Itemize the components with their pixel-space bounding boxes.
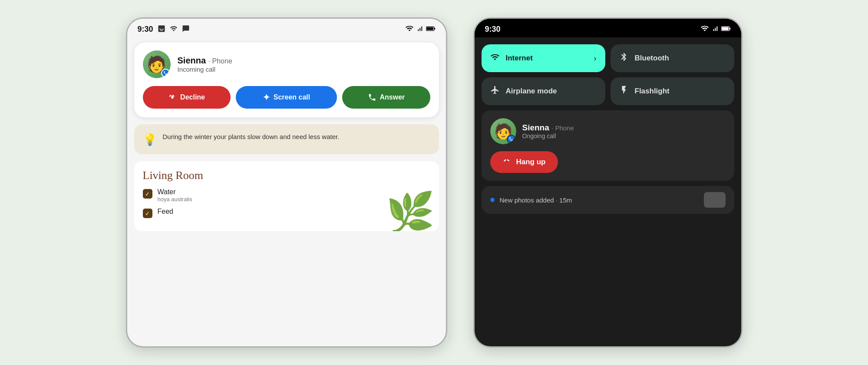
status-bar-left: 9:30 <box>127 19 446 37</box>
notif-caller-avatar: 🧑 <box>490 118 516 144</box>
checkbox-feed: ✓ <box>143 209 152 218</box>
svg-rect-2 <box>434 27 435 30</box>
caller-avatar: 🧑 <box>143 50 171 78</box>
nfc-icon <box>158 25 165 34</box>
tip-text: During the winter your plants slow down … <box>163 132 340 142</box>
svg-rect-4 <box>722 27 729 30</box>
qs-tile-flashlight[interactable]: Flashlight <box>611 77 734 105</box>
bottom-notif-text: New photos added · 15m <box>500 196 699 204</box>
svg-rect-1 <box>426 27 433 30</box>
screen-call-button[interactable]: ✦ Screen call <box>236 86 337 109</box>
time-right: 9:30 <box>485 25 501 34</box>
caller-info: 🧑 Sienna · Phone Incoming call <box>143 50 430 78</box>
ongoing-call-card: 🧑 Sienna · Phone Ongoing call Hang up <box>482 110 734 181</box>
quick-settings: Internet › Bluetooth Airplane mode <box>475 37 741 105</box>
call-buttons: Decline ✦ Screen call Answer <box>143 86 430 109</box>
message-icon <box>182 25 190 34</box>
qs-row-2: Airplane mode Flashlight <box>482 77 734 105</box>
time-left: 9:30 <box>138 25 153 34</box>
checkbox-water: ✓ <box>143 189 152 199</box>
notification-dot <box>490 198 495 202</box>
battery-icon-dark <box>721 26 731 33</box>
battery-icon-right <box>426 26 436 33</box>
signal-icon-right <box>416 25 423 34</box>
living-room-title: Living Room <box>143 169 430 182</box>
plant-species-water: hoya australis <box>158 196 192 202</box>
incoming-call-card: 🧑 Sienna · Phone Incoming call Decline <box>134 43 439 117</box>
signal-icon-dark <box>712 25 719 34</box>
right-phone: 9:30 Internet › <box>473 17 743 348</box>
notif-caller-name: Sienna · Phone <box>522 123 574 133</box>
living-room-card: Living Room ✓ Water hoya australis ✓ Fee… <box>134 161 439 231</box>
ongoing-call-status: Ongoing call <box>522 133 574 139</box>
airplane-icon <box>490 85 500 97</box>
wifi-icon-right <box>405 25 414 34</box>
qs-row-1: Internet › Bluetooth <box>482 44 734 72</box>
airplane-label: Airplane mode <box>506 87 557 96</box>
qs-tile-internet[interactable]: Internet › <box>482 44 605 72</box>
notification-thumbnail <box>704 192 726 208</box>
caller-name: Sienna · Phone <box>178 56 232 66</box>
qs-tile-bluetooth[interactable]: Bluetooth <box>611 44 734 72</box>
flashlight-icon <box>619 85 629 97</box>
answer-label: Answer <box>380 93 405 101</box>
screen-call-label: Screen call <box>274 93 310 101</box>
hangup-button[interactable]: Hang up <box>490 151 558 173</box>
internet-label: Internet <box>506 54 533 63</box>
bluetooth-label: Bluetooth <box>635 54 669 63</box>
phone-badge-icon <box>161 69 170 77</box>
call-badge-icon <box>507 135 515 143</box>
lightbulb-icon: 💡 <box>143 133 157 146</box>
caller-text: Sienna · Phone Incoming call <box>178 56 232 73</box>
plant-task-feed: Feed <box>158 208 173 216</box>
decline-button[interactable]: Decline <box>143 86 231 109</box>
left-phone: 9:30 <box>126 17 447 348</box>
notif-caller-info: 🧑 Sienna · Phone Ongoing call <box>490 118 726 144</box>
call-status-text: Incoming call <box>178 66 232 73</box>
answer-button[interactable]: Answer <box>342 86 430 109</box>
status-bar-right: 9:30 <box>475 19 741 37</box>
bottom-notification: New photos added · 15m <box>482 186 734 214</box>
notif-caller-text: Sienna · Phone Ongoing call <box>522 123 574 139</box>
checklist-text-feed: Feed <box>158 208 173 216</box>
chevron-right-icon: › <box>594 54 597 63</box>
decline-label: Decline <box>180 93 205 101</box>
qs-tile-airplane[interactable]: Airplane mode <box>482 77 605 105</box>
plant-decoration: 🌿 <box>386 190 435 231</box>
adaptive-connectivity-icon <box>170 25 178 34</box>
wifi-icon-dark <box>700 25 709 34</box>
hangup-label: Hang up <box>516 158 546 166</box>
wifi-qs-icon <box>490 53 500 64</box>
tip-card: 💡 During the winter your plants slow dow… <box>134 124 439 154</box>
checklist-text-water: Water hoya australis <box>158 188 192 202</box>
plant-task-water: Water <box>158 188 192 196</box>
svg-rect-5 <box>729 27 730 30</box>
flashlight-label: Flashlight <box>635 87 670 96</box>
bluetooth-icon <box>619 52 629 64</box>
